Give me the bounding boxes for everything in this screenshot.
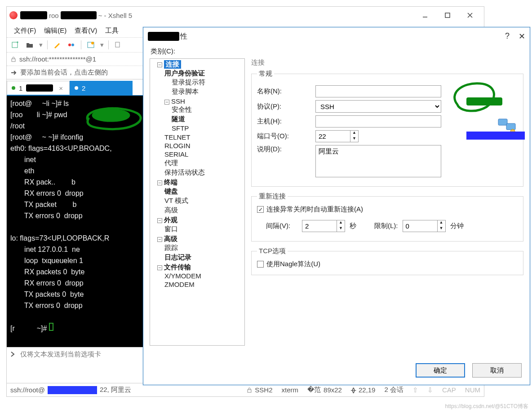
port-up-icon[interactable]: ▲ xyxy=(350,131,358,136)
lock-icon xyxy=(247,387,252,393)
status-term: xterm xyxy=(282,386,299,394)
title-redaction-2 xyxy=(61,11,97,19)
minimize-button[interactable] xyxy=(414,7,436,24)
port-spinner[interactable]: ▲▼ xyxy=(315,130,359,142)
menu-file[interactable]: 文件(F) xyxy=(14,26,36,35)
desc-textarea[interactable]: 阿里云 xyxy=(315,145,441,177)
tree-advanced[interactable]: 高级 xyxy=(164,235,177,242)
auto-reconnect-checkbox[interactable]: ✓ 连接异常关闭时自动重新连接(A) xyxy=(257,205,518,214)
session-tab-1[interactable]: 1 × xyxy=(7,81,70,95)
tree-login-script[interactable]: 登录脚本 xyxy=(172,87,244,97)
ok-button[interactable]: 确定 xyxy=(416,363,465,378)
status-pos: ᚖ 22,19 xyxy=(351,386,376,394)
tree-xymodem[interactable]: X/YMODEM xyxy=(164,272,244,280)
hint-text: 要添加当前会话，点击左侧的 xyxy=(20,68,108,77)
connection-icon xyxy=(497,117,517,135)
expand-icon[interactable]: − xyxy=(157,237,162,242)
spin-up-icon[interactable]: ▲ xyxy=(438,220,445,226)
port-input[interactable] xyxy=(315,130,350,142)
svg-rect-6 xyxy=(115,42,120,47)
svg-point-3 xyxy=(71,44,74,46)
limit-label: 限制(L): xyxy=(374,222,398,230)
dialog-help-button[interactable]: ? xyxy=(505,31,510,41)
interval-label: 间隔(V): xyxy=(266,222,297,230)
tree-telnet[interactable]: TELNET xyxy=(164,133,244,141)
expand-icon[interactable]: − xyxy=(157,62,162,67)
menu-tools[interactable]: 工具 xyxy=(105,26,119,35)
svg-rect-1 xyxy=(12,42,18,48)
category-tree[interactable]: −连接 用户身份验证 登录提示符 登录脚本 −SSH 安全性 xyxy=(150,58,245,346)
dialog-title-suffix: 性 xyxy=(180,32,187,41)
expand-icon[interactable]: − xyxy=(157,180,162,185)
name-input[interactable] xyxy=(315,85,441,97)
tree-log[interactable]: 日志记录 xyxy=(164,253,244,262)
tree-sftp[interactable]: SFTP xyxy=(172,124,244,132)
tree-rlogin[interactable]: RLOGIN xyxy=(164,141,244,150)
status-size: �范 89x22 xyxy=(307,386,342,394)
host-input[interactable] xyxy=(315,115,441,127)
dialog-close-button[interactable]: ✕ xyxy=(519,31,525,41)
tree-proxy[interactable]: 代理 xyxy=(164,158,244,168)
svg-rect-9 xyxy=(498,119,507,125)
new-session-icon[interactable] xyxy=(10,40,20,50)
tree-appearance[interactable]: 外观 xyxy=(164,216,177,224)
status-upload-icon: ⇧ xyxy=(412,386,418,394)
menu-edit[interactable]: 编辑(E) xyxy=(44,26,66,35)
status-ssh: SSH2 xyxy=(247,386,272,394)
tree-serial[interactable]: SERIAL xyxy=(164,150,244,158)
tree-zmodem[interactable]: ZMODEM xyxy=(164,280,244,289)
dialog-title-redaction xyxy=(148,32,179,41)
tree-file-transfer[interactable]: 文件传输 xyxy=(164,263,191,271)
tree-window[interactable]: 窗口 xyxy=(164,224,244,234)
expand-icon[interactable]: − xyxy=(157,265,162,270)
tree-keyboard[interactable]: 键盘 xyxy=(164,187,244,196)
category-label: 类别(C): xyxy=(151,47,523,56)
tree-security[interactable]: 安全性 xyxy=(172,105,244,114)
reconnect-legend: 重新连接 xyxy=(257,192,288,201)
protocol-select[interactable]: SSH xyxy=(315,100,441,113)
svg-rect-7 xyxy=(12,59,15,62)
title-redaction-1 xyxy=(20,11,47,19)
menu-view[interactable]: 查看(V) xyxy=(75,26,97,35)
host-label: 主机(H): xyxy=(257,117,311,126)
svg-rect-0 xyxy=(445,13,450,18)
tree-advanced-term[interactable]: 高级 xyxy=(164,206,244,215)
tree-login-prompt[interactable]: 登录提示符 xyxy=(172,78,244,87)
tab1-close-icon[interactable]: × xyxy=(59,84,63,92)
limit-spinner[interactable]: ▲▼ xyxy=(403,220,446,232)
tree-trace[interactable]: 跟踪 xyxy=(164,243,244,253)
open-icon[interactable] xyxy=(25,40,35,50)
address-text[interactable]: ssh://root:**************@1 xyxy=(19,55,96,63)
send-chevron-icon[interactable] xyxy=(9,351,16,357)
tree-tunnel[interactable]: 隧道 xyxy=(172,114,244,124)
expand-icon[interactable]: − xyxy=(164,100,169,105)
close-button[interactable] xyxy=(459,7,481,24)
cancel-button[interactable]: 取消 xyxy=(472,363,522,378)
tree-ssh[interactable]: SSH xyxy=(171,97,185,105)
tree-terminal[interactable]: 终端 xyxy=(164,178,177,186)
spin-up-icon[interactable]: ▲ xyxy=(337,220,345,226)
interval-input[interactable] xyxy=(302,220,337,232)
copy-icon[interactable] xyxy=(113,40,123,50)
nagle-checkbox[interactable]: 使用Nagle算法(U) xyxy=(257,260,518,268)
limit-input[interactable] xyxy=(403,220,438,232)
spin-down-icon[interactable]: ▼ xyxy=(438,226,445,232)
maximize-button[interactable] xyxy=(436,7,459,24)
session-tab-2[interactable]: 2 xyxy=(70,81,133,95)
tab2-status-dot xyxy=(75,86,78,90)
port-down-icon[interactable]: ▼ xyxy=(350,136,358,142)
tree-keepalive[interactable]: 保持活动状态 xyxy=(164,168,244,177)
add-session-arrow-icon[interactable] xyxy=(10,69,18,76)
color-icon[interactable] xyxy=(66,40,76,50)
spin-down-icon[interactable]: ▼ xyxy=(337,226,345,232)
highlight-icon[interactable] xyxy=(52,40,62,50)
tree-vt[interactable]: VT 模式 xyxy=(164,196,244,206)
interval-spinner[interactable]: ▲▼ xyxy=(302,220,345,232)
tree-auth[interactable]: 用户身份验证 xyxy=(164,69,205,77)
settings-icon[interactable] xyxy=(86,40,96,50)
lock-icon xyxy=(10,56,17,62)
checkbox-icon: ✓ xyxy=(257,206,264,213)
session-properties-dialog: 性 ? ✕ 类别(C): −连接 用户身份验证 登录提示符 登录脚本 xyxy=(143,27,530,385)
tree-connection[interactable]: 连接 xyxy=(164,60,181,69)
expand-icon[interactable]: − xyxy=(157,218,162,223)
